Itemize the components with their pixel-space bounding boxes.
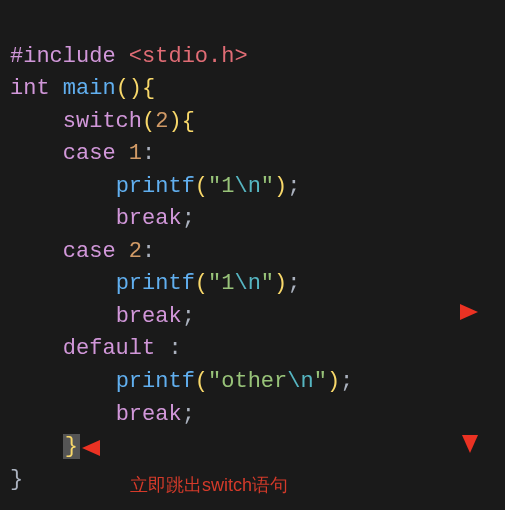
type-keyword: int bbox=[10, 76, 50, 101]
string-literal: 1 bbox=[221, 174, 234, 199]
brace-open: { bbox=[182, 109, 195, 134]
case-value: 2 bbox=[129, 239, 142, 264]
brace-open: { bbox=[142, 76, 155, 101]
case-keyword: case bbox=[63, 141, 116, 166]
string-literal: 1 bbox=[221, 271, 234, 296]
case-value: 1 bbox=[129, 141, 142, 166]
code-block: #include <stdio.h> int main(){ switch(2)… bbox=[0, 0, 505, 504]
default-keyword: default bbox=[63, 336, 155, 361]
paren-close: ) bbox=[168, 109, 181, 134]
string-literal: other bbox=[221, 369, 287, 394]
printf-call: printf bbox=[116, 369, 195, 394]
escape-seq: \n bbox=[234, 271, 260, 296]
printf-call: printf bbox=[116, 271, 195, 296]
printf-call: printf bbox=[116, 174, 195, 199]
brace-close: } bbox=[10, 467, 23, 492]
paren-open: ( bbox=[142, 109, 155, 134]
break-keyword: break bbox=[116, 402, 182, 427]
colon: : bbox=[142, 141, 155, 166]
annotation-text: 立即跳出switch语句 bbox=[130, 473, 288, 497]
switch-keyword: switch bbox=[63, 109, 142, 134]
parens: () bbox=[116, 76, 142, 101]
include-path: <stdio.h> bbox=[129, 44, 248, 69]
switch-value: 2 bbox=[155, 109, 168, 134]
break-keyword: break bbox=[116, 304, 182, 329]
break-keyword: break bbox=[116, 206, 182, 231]
brace-close-highlighted: } bbox=[63, 434, 80, 459]
case-keyword: case bbox=[63, 239, 116, 264]
escape-seq: \n bbox=[287, 369, 313, 394]
escape-seq: \n bbox=[234, 174, 260, 199]
func-name: main bbox=[63, 76, 116, 101]
preproc-directive: #include bbox=[10, 44, 116, 69]
